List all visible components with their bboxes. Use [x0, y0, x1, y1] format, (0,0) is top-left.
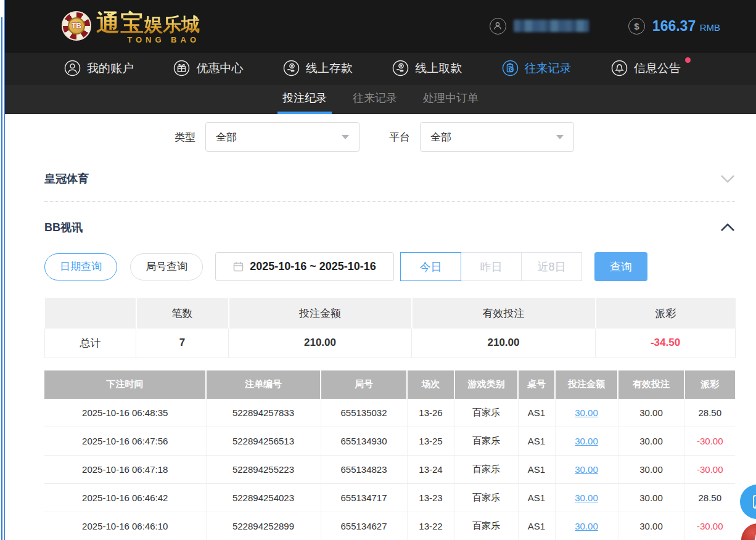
summary-header-empty: [45, 298, 136, 329]
cell-game-type: 百家乐: [454, 456, 518, 484]
cell-session: 13-26: [407, 399, 454, 427]
red-button-letter: b: [754, 532, 756, 540]
cell-session: 13-24: [407, 456, 454, 484]
bet-amount-link[interactable]: 30.00: [575, 407, 598, 418]
nav-item-promotions[interactable]: 优惠中心: [173, 60, 243, 76]
summary-header-bet-amount: 投注金额: [229, 298, 412, 329]
nav-item-withdraw[interactable]: 线上取款: [392, 60, 462, 76]
top-header: TB 通宝娱乐城 TONG BAO $: [5, 0, 756, 52]
cell-bet-time: 2025-10-16 06:48:35: [44, 399, 206, 427]
date-range-input[interactable]: 2025-10-16 ~ 2025-10-16: [215, 252, 394, 281]
poker-chip-icon: TB: [62, 11, 91, 41]
logo-name-cn-big: 通宝: [96, 10, 144, 36]
cell-order-no: 522894255223: [206, 456, 321, 484]
nav-item-announcements[interactable]: 信息公告: [611, 60, 681, 76]
bet-amount-link[interactable]: 30.00: [575, 436, 598, 446]
type-select[interactable]: 全部: [205, 122, 360, 152]
cell-game-type: 百家乐: [454, 512, 518, 540]
cell-bet-time: 2025-10-16 06:46:42: [44, 484, 206, 512]
nav-label: 信息公告: [634, 60, 681, 76]
cell-valid-bet: 30.00: [618, 484, 684, 512]
today-button[interactable]: 今日: [400, 252, 461, 281]
notification-badge-dot: [685, 57, 691, 63]
cell-payout: -30.00: [684, 512, 735, 540]
summary-header-valid-bet: 有效投注: [412, 298, 596, 329]
summary-total-row: 总计 7 210.00 210.00 -34.50: [45, 329, 736, 358]
col-valid-bet: 有效投注: [618, 370, 684, 399]
nav-label: 往来记录: [525, 60, 572, 76]
tab-transaction-records[interactable]: 往来记录: [353, 91, 397, 114]
balance-currency: RMB: [700, 22, 720, 33]
cell-table-no: AS1: [518, 512, 555, 540]
table-row: 2025-10-16 06:46:42 522894254023 6551347…: [44, 484, 735, 512]
user-block[interactable]: [490, 18, 589, 35]
cell-game-type: 百家乐: [454, 399, 518, 427]
calendar-icon: [233, 261, 244, 272]
bet-amount-link[interactable]: 30.00: [575, 493, 598, 503]
nav-item-records[interactable]: 往来记录: [502, 60, 572, 76]
date-query-button[interactable]: 日期查询: [44, 253, 117, 280]
col-table-no: 桌号: [518, 370, 555, 399]
col-payout: 派彩: [684, 370, 735, 399]
summary-header-row: 笔数 投注金额 有效投注 派彩: [45, 298, 736, 329]
cell-payout: 28.50: [684, 484, 735, 512]
cell-table-no: AS1: [518, 456, 555, 484]
chip-initials: TB: [68, 17, 85, 35]
yesterday-button[interactable]: 昨日: [461, 252, 522, 281]
query-controls: 日期查询 局号查询 2025-10-16 ~ 2025-10-16 今日 昨日: [44, 252, 735, 281]
tab-pending-orders[interactable]: 处理中订单: [423, 91, 479, 114]
nav-item-deposit[interactable]: 线上存款: [283, 60, 353, 76]
cell-session: 13-25: [407, 427, 454, 456]
cell-order-no: 522894252899: [206, 512, 321, 540]
dollar-circle-icon: $: [628, 18, 645, 35]
deposit-icon: [283, 60, 300, 76]
summary-table: 笔数 投注金额 有效投注 派彩 总计 7 210.00 210.00 -34.5…: [44, 298, 736, 358]
summary-valid-bet: 210.00: [412, 329, 596, 358]
bet-amount-link[interactable]: 30.00: [575, 464, 598, 475]
col-order-no: 注单编号: [206, 370, 321, 399]
user-area: $ 166.37 RMB: [490, 18, 720, 35]
site-logo[interactable]: TB 通宝娱乐城 TONG BAO: [62, 7, 200, 44]
user-icon: [64, 60, 81, 76]
logo-name-cn-small: 娱乐城: [144, 14, 200, 35]
cell-payout: 28.50: [684, 399, 735, 427]
nav-item-my-account[interactable]: 我的账户: [64, 60, 134, 76]
section-bb-video[interactable]: BB视讯: [44, 220, 735, 235]
cell-order-no: 522894257833: [206, 399, 321, 427]
table-row: 2025-10-16 06:47:56 522894256513 6551349…: [44, 427, 735, 456]
balance-amount: 166.37: [652, 18, 696, 34]
last-8-days-button[interactable]: 近8日: [521, 252, 582, 281]
cell-bet-time: 2025-10-16 06:47:18: [44, 456, 206, 484]
sub-nav: 投注纪录 往来记录 处理中订单: [5, 84, 756, 114]
bell-icon: [611, 60, 628, 76]
summary-count: 7: [136, 329, 229, 358]
chevron-down-icon: [342, 135, 349, 139]
cell-valid-bet: 30.00: [618, 399, 684, 427]
col-round-no: 局号: [321, 370, 407, 399]
logo-name-en: TONG BAO: [96, 35, 200, 44]
summary-total-label: 总计: [45, 329, 136, 358]
summary-bet-amount: 210.00: [229, 329, 412, 358]
cell-round-no: 655134930: [321, 427, 407, 456]
day-shortcut-group: 今日 昨日 近8日: [400, 252, 582, 281]
cell-round-no: 655135032: [321, 399, 407, 427]
cell-table-no: AS1: [518, 484, 555, 512]
tab-bet-records[interactable]: 投注纪录: [282, 91, 327, 114]
cell-bet-amount: 30.00: [555, 427, 618, 456]
bet-amount-link[interactable]: 30.00: [575, 521, 598, 531]
cell-table-no: AS1: [518, 399, 555, 427]
logo-text: 通宝娱乐城 TONG BAO: [96, 7, 200, 44]
nav-label: 线上取款: [415, 60, 462, 76]
gift-icon: [173, 60, 190, 76]
round-query-button[interactable]: 局号查询: [130, 253, 203, 280]
cell-session: 13-23: [407, 484, 454, 512]
cell-payout: -30.00: [684, 427, 735, 456]
col-bet-amount: 投注金额: [555, 370, 618, 399]
section-crown-sports[interactable]: 皇冠体育: [44, 171, 735, 186]
search-button[interactable]: 查询: [594, 252, 647, 281]
cell-round-no: 655134627: [321, 512, 407, 540]
platform-select[interactable]: 全部: [420, 122, 574, 152]
col-game-type: 游戏类别: [454, 370, 518, 399]
avatar-icon: [490, 18, 506, 35]
balance-block[interactable]: $ 166.37 RMB: [628, 18, 720, 35]
